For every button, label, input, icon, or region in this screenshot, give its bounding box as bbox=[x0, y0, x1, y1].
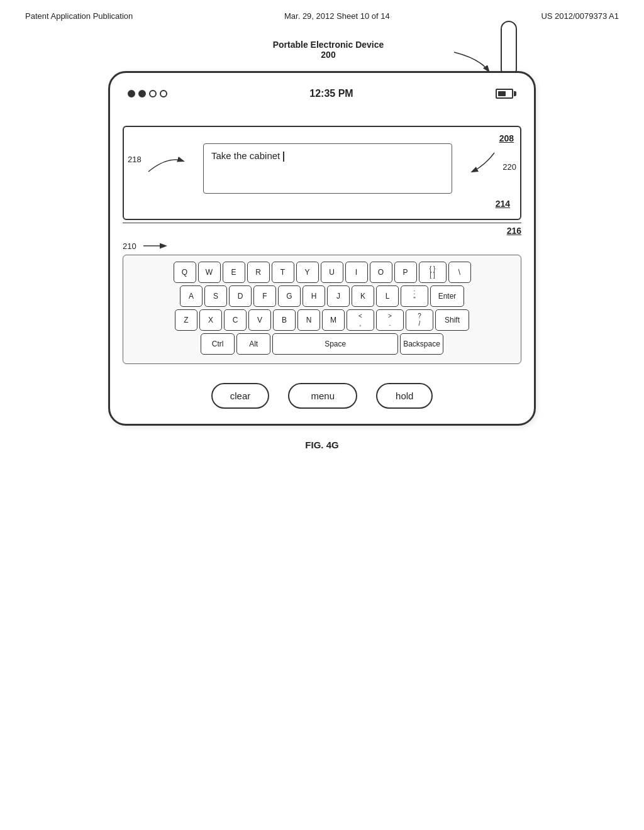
arrow-220 bbox=[460, 150, 497, 175]
input-text: Take the cabinet bbox=[211, 150, 280, 161]
key-colon[interactable]: : " bbox=[401, 285, 428, 307]
keyboard-row-bottom: Ctrl Alt Space Backspace bbox=[128, 333, 516, 355]
page-content: Portable Electronic Device 200 bbox=[0, 27, 644, 450]
key-space[interactable]: Space bbox=[272, 333, 398, 355]
screen-wrapper: 208 218 bbox=[123, 126, 521, 236]
dot-4 bbox=[160, 90, 167, 97]
key-R[interactable]: R bbox=[247, 262, 270, 283]
figure-label: FIG. 4G bbox=[305, 440, 338, 450]
ref-210-label: 210 bbox=[123, 241, 136, 251]
key-lt[interactable]: < , bbox=[347, 309, 374, 331]
key-enter[interactable]: Enter bbox=[430, 285, 464, 307]
key-I[interactable]: I bbox=[345, 262, 368, 283]
key-backslash[interactable]: \ bbox=[448, 262, 471, 283]
key-N[interactable]: N bbox=[297, 309, 320, 331]
key-shift[interactable]: Shift bbox=[435, 309, 469, 331]
time-display: 12:35 PM bbox=[309, 88, 353, 99]
arrow-218 bbox=[145, 150, 189, 175]
key-question[interactable]: ? / bbox=[406, 309, 433, 331]
battery-fill bbox=[498, 91, 506, 96]
dot-3 bbox=[149, 90, 157, 97]
key-K[interactable]: K bbox=[352, 285, 374, 307]
key-D[interactable]: D bbox=[229, 285, 252, 307]
key-F[interactable]: F bbox=[253, 285, 276, 307]
ref-220-label: 220 bbox=[502, 162, 516, 172]
dot-1 bbox=[128, 90, 135, 97]
key-Z[interactable]: Z bbox=[175, 309, 197, 331]
ref-208: 208 bbox=[499, 133, 514, 143]
key-X[interactable]: X bbox=[199, 309, 222, 331]
clear-button[interactable]: clear bbox=[211, 383, 270, 409]
menu-button[interactable]: menu bbox=[288, 383, 357, 409]
keyboard-area: Q W E R T Y U I O P { } [ ] \ bbox=[123, 255, 521, 364]
bottom-buttons: clear menu hold bbox=[123, 377, 521, 411]
key-E[interactable]: E bbox=[223, 262, 245, 283]
key-U[interactable]: U bbox=[321, 262, 343, 283]
ref-218-label: 218 bbox=[128, 155, 142, 164]
key-alt[interactable]: Alt bbox=[236, 333, 270, 355]
cursor bbox=[283, 152, 284, 162]
key-V[interactable]: V bbox=[248, 309, 271, 331]
screen-area: 208 218 bbox=[123, 126, 521, 220]
keyboard-row-3: Z X C V B N M < , > . ? bbox=[128, 309, 516, 331]
battery-tip bbox=[514, 91, 516, 96]
key-M[interactable]: M bbox=[322, 309, 345, 331]
antenna bbox=[501, 21, 517, 77]
battery-body bbox=[496, 89, 513, 99]
key-A[interactable]: A bbox=[180, 285, 203, 307]
dot-2 bbox=[138, 90, 146, 97]
key-L[interactable]: L bbox=[376, 285, 399, 307]
device-body: 12:35 PM 208 218 bbox=[108, 71, 536, 426]
key-B[interactable]: B bbox=[273, 309, 296, 331]
key-P[interactable]: P bbox=[394, 262, 417, 283]
ref-216: 216 bbox=[123, 223, 521, 236]
key-backspace[interactable]: Backspace bbox=[400, 333, 443, 355]
key-C[interactable]: C bbox=[224, 309, 247, 331]
status-bar: 12:35 PM bbox=[123, 86, 521, 107]
keyboard-label-row: 210 bbox=[123, 240, 521, 252]
header-right: US 2012/0079373 A1 bbox=[541, 11, 619, 21]
key-gt[interactable]: > . bbox=[376, 309, 404, 331]
key-T[interactable]: T bbox=[272, 262, 294, 283]
key-ctrl[interactable]: Ctrl bbox=[201, 333, 235, 355]
key-H[interactable]: H bbox=[303, 285, 325, 307]
hold-button[interactable]: hold bbox=[376, 383, 433, 409]
keyboard-row-1: Q W E R T Y U I O P { } [ ] \ bbox=[128, 262, 516, 283]
key-W[interactable]: W bbox=[198, 262, 221, 283]
key-S[interactable]: S bbox=[204, 285, 227, 307]
key-brace[interactable]: { } [ ] bbox=[419, 262, 447, 283]
key-Q[interactable]: Q bbox=[174, 262, 196, 283]
key-O[interactable]: O bbox=[370, 262, 392, 283]
key-J[interactable]: J bbox=[327, 285, 350, 307]
battery-icon bbox=[496, 89, 516, 99]
arrow-210 bbox=[140, 240, 172, 252]
ref-214: 214 bbox=[134, 199, 510, 209]
text-input-box[interactable]: Take the cabinet bbox=[203, 143, 452, 194]
signal-dots bbox=[128, 90, 167, 97]
keyboard-row-2: A S D F G H J K L : " Enter bbox=[128, 285, 516, 307]
header-center: Mar. 29, 2012 Sheet 10 of 14 bbox=[284, 11, 390, 21]
patent-header: Patent Application Publication Mar. 29, … bbox=[0, 0, 644, 27]
key-Y[interactable]: Y bbox=[296, 262, 319, 283]
key-G[interactable]: G bbox=[278, 285, 301, 307]
header-left: Patent Application Publication bbox=[25, 11, 133, 21]
